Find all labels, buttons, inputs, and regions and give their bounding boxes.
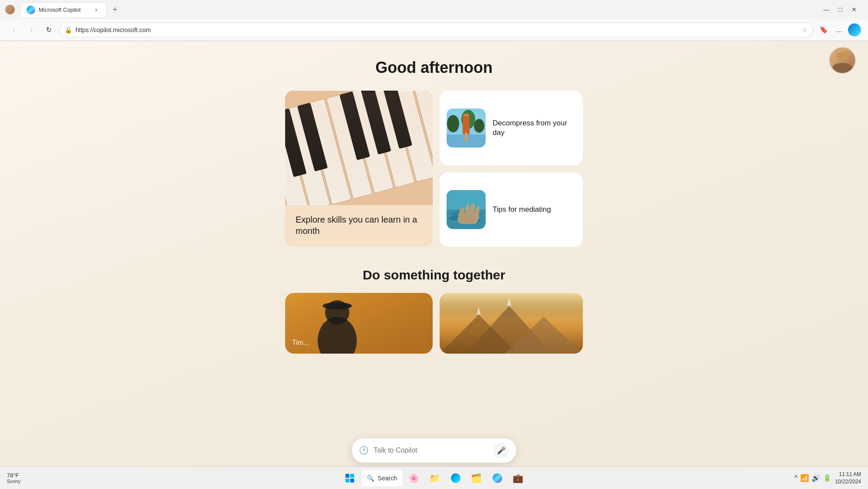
back-button[interactable]: ‹ (7, 23, 21, 37)
greeting-heading: Good afternoon (375, 59, 493, 77)
popsicle-svg (447, 108, 486, 148)
tab-title-label: Microsoft Copilot (39, 7, 89, 13)
profile-tab-avatar[interactable] (5, 5, 15, 14)
chat-bar-container: 🕐 🎤 (352, 438, 516, 463)
cards-grid: Explore skills you can learn in a month (285, 91, 583, 247)
skills-card-label: Explore skills you can learn in a month (296, 214, 422, 236)
system-icons: ^ 📶 🔊 🔋 (794, 474, 832, 482)
taskbar-right: ^ 📶 🔊 🔋 11:11 AM 10/22/2024 (527, 471, 861, 486)
taskbar: 78°F Sunny 🔍 Search 🌸 📁 (0, 466, 868, 489)
chat-input[interactable] (374, 446, 488, 454)
section2-title: Do something together (363, 268, 505, 282)
lock-icon: 🔒 (65, 26, 72, 33)
copilot-taskbar-icon (493, 473, 502, 483)
win-sq-1 (345, 474, 349, 478)
taskbar-app-edge[interactable] (447, 469, 465, 487)
taskbar-search-button[interactable]: 🔍 Search (362, 470, 402, 486)
address-input[interactable] (76, 26, 799, 33)
taskbar-left: 78°F Sunny (7, 472, 341, 484)
user-profile-avatar[interactable] (829, 47, 856, 74)
clock-date: 10/22/2024 (835, 478, 861, 486)
copilot-favicon (26, 6, 35, 14)
explorer-icon: 🗂️ (471, 473, 482, 483)
win-sq-4 (350, 479, 354, 482)
svg-point-18 (447, 115, 459, 132)
browser-toolbar: ‹ › ↻ 🔒 ☆ 🔖 … (0, 19, 868, 41)
meditate-card[interactable]: Tips for mediating (440, 172, 583, 247)
win-sq-2 (350, 474, 354, 478)
files-icon: 📁 (429, 473, 440, 483)
toolbar-actions: 🔖 … (817, 23, 861, 37)
piano-svg (285, 91, 433, 205)
taskbar-app-lotus[interactable]: 🌸 (405, 469, 423, 487)
clock-time: 11:11 AM (835, 471, 861, 478)
skills-card-text: Explore skills you can learn in a month (285, 205, 433, 247)
decompress-card-label: Decompress from your day (493, 118, 576, 138)
chat-history-icon[interactable]: 🕐 (359, 446, 368, 455)
svg-rect-42 (440, 293, 583, 319)
meditate-card-image (447, 190, 486, 229)
battery-icon[interactable]: 🔋 (823, 474, 832, 482)
taskbar-center: 🔍 Search 🌸 📁 🗂️ 💼 (341, 469, 527, 487)
more-button[interactable]: … (832, 23, 846, 37)
svg-rect-22 (464, 114, 469, 116)
windows-start-button[interactable] (341, 469, 359, 487)
mic-icon: 🎤 (497, 446, 506, 455)
avatar-face (830, 48, 855, 73)
meditate-card-label: Tips for mediating (493, 205, 551, 214)
browser-titlebar: Microsoft Copilot × + — □ ✕ (0, 0, 868, 19)
chat-mic-button[interactable]: 🎤 (493, 443, 509, 458)
svg-point-19 (474, 119, 484, 133)
lotus-icon: 🌸 (408, 473, 419, 483)
taskbar-app-teams[interactable]: 💼 (509, 469, 527, 487)
window-controls: — □ ✕ (821, 4, 859, 15)
minimize-button[interactable]: — (821, 4, 832, 15)
svg-rect-14 (285, 92, 433, 204)
water-svg (447, 190, 486, 229)
forward-button[interactable]: › (24, 23, 38, 37)
decompress-card[interactable]: Decompress from your day (440, 91, 583, 165)
chat-bar: 🕐 🎤 (352, 438, 516, 463)
refresh-button[interactable]: ↻ (42, 23, 56, 37)
chevron-up-icon[interactable]: ^ (794, 474, 798, 482)
search-label: Search (378, 475, 397, 482)
svg-point-34 (322, 302, 352, 309)
edge-icon (451, 473, 460, 483)
timer-card[interactable]: Tim... (285, 293, 433, 354)
browser-tab-copilot[interactable]: Microsoft Copilot × (20, 2, 107, 17)
mountain-card[interactable] (440, 293, 583, 354)
taskbar-app-files[interactable]: 📁 (426, 469, 444, 487)
page-content: Good afternoon (0, 41, 868, 466)
timer-card-label: Tim... (292, 339, 309, 347)
taskbar-app-copilot[interactable] (488, 469, 506, 487)
maximize-button[interactable]: □ (835, 4, 845, 15)
weather-widget[interactable]: 78°F Sunny (7, 472, 20, 484)
weather-temp: 78°F (7, 472, 20, 479)
favorites-add-icon[interactable]: ☆ (802, 26, 808, 33)
edge-profile-icon[interactable] (848, 23, 861, 36)
system-clock[interactable]: 11:11 AM 10/22/2024 (835, 471, 861, 486)
new-tab-button[interactable]: + (108, 3, 122, 16)
mountain-svg (440, 293, 583, 354)
decompress-card-image (447, 108, 486, 148)
favorites-button[interactable]: 🔖 (817, 23, 831, 37)
skills-card[interactable]: Explore skills you can learn in a month (285, 91, 433, 247)
wifi-icon[interactable]: 📶 (800, 474, 809, 482)
skills-card-image (285, 91, 433, 205)
win-sq-3 (345, 479, 349, 482)
windows-icon (345, 474, 354, 482)
close-button[interactable]: ✕ (849, 4, 859, 15)
volume-icon[interactable]: 🔊 (812, 474, 820, 482)
teams-icon: 💼 (513, 473, 523, 483)
browser-chrome: Microsoft Copilot × + — □ ✕ ‹ › ↻ 🔒 ☆ 🔖 … (0, 0, 868, 41)
tab-close-button[interactable]: × (92, 6, 100, 14)
svg-rect-23 (465, 132, 467, 142)
address-bar[interactable]: 🔒 ☆ (59, 23, 813, 37)
taskbar-app-explorer[interactable]: 🗂️ (467, 469, 486, 487)
weather-condition: Sunny (7, 479, 20, 484)
svg-rect-21 (463, 115, 470, 135)
tab-container: Microsoft Copilot × + (20, 2, 818, 17)
bottom-cards-grid: Tim... (285, 293, 583, 354)
search-icon: 🔍 (367, 475, 374, 482)
